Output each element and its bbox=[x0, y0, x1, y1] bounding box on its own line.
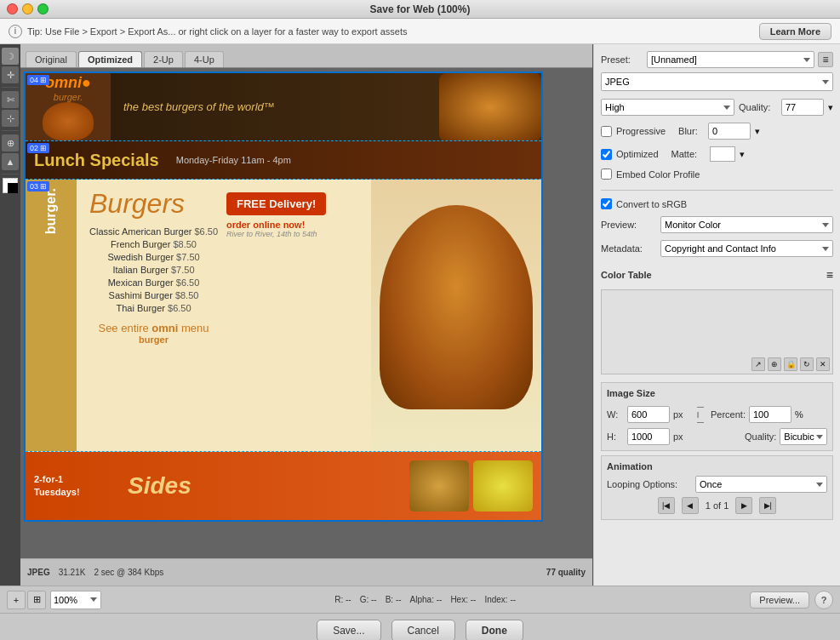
color-table-icons: ↗ ⊕ 🔒 ↻ ✕ bbox=[751, 357, 830, 371]
image-size-title: Image Size bbox=[607, 388, 827, 398]
view-tabs: Original Optimized 2-Up 4-Up bbox=[20, 44, 592, 68]
menu-item-7: Thai Burger $6.50 bbox=[89, 303, 218, 313]
progressive-blur-row: Progressive Blur: ▾ bbox=[601, 123, 833, 140]
load-time: 2 sec @ 384 Kbps bbox=[94, 568, 163, 577]
slice-3-row: 03 ⊞ burger. Burgers Classic American Bu… bbox=[26, 180, 541, 452]
compression-select[interactable]: High bbox=[601, 99, 734, 116]
percent-label: Percent: bbox=[711, 409, 746, 420]
width-unit: px bbox=[673, 409, 690, 420]
embed-color-checkbox[interactable] bbox=[601, 169, 612, 180]
progressive-checkbox[interactable] bbox=[601, 126, 612, 137]
embed-color-row: Embed Color Profile bbox=[601, 169, 833, 180]
canvas-area[interactable]: 01 ⊞ omni● burger. the best burgers of t… bbox=[20, 68, 592, 558]
optimized-label: Optimized bbox=[616, 149, 659, 159]
burger-right-image bbox=[371, 180, 541, 451]
play-button[interactable]: ▶ bbox=[735, 497, 752, 514]
first-frame-button[interactable]: |◀ bbox=[658, 497, 675, 514]
zoom-tool[interactable]: ⊕ bbox=[2, 134, 19, 151]
preview-button[interactable]: Preview... bbox=[750, 591, 809, 609]
color-table-menu-icon[interactable]: ≡ bbox=[826, 268, 833, 282]
save-button[interactable]: Save... bbox=[317, 620, 380, 641]
slice-tool[interactable]: ✄ bbox=[2, 91, 19, 108]
animation-title: Animation bbox=[607, 461, 827, 471]
close-button[interactable] bbox=[7, 3, 18, 14]
preview-row: Preview: Monitor Color bbox=[601, 216, 833, 233]
sides-images bbox=[409, 460, 533, 511]
content-area: ☽ ✛ ✄ ⊹ ⊕ ▲ Original Optimized 2-Up 4-Up bbox=[0, 44, 840, 586]
chain-links: — | — bbox=[697, 403, 704, 426]
prev-frame-button[interactable]: ◀ bbox=[682, 497, 699, 514]
quality-dropdown-icon[interactable]: ▾ bbox=[828, 102, 833, 113]
add-slice-button[interactable]: + bbox=[7, 591, 26, 609]
slice-select-tool[interactable]: ⊹ bbox=[2, 110, 19, 127]
b-value-display: B: -- bbox=[386, 595, 402, 604]
g-value-display: G: -- bbox=[360, 595, 377, 604]
menu-item-3: Swedish Burger $7.50 bbox=[89, 252, 218, 262]
learn-more-button[interactable]: Learn More bbox=[759, 23, 831, 40]
menu-item-2: French Burger $8.50 bbox=[89, 239, 218, 249]
format-select[interactable]: JPEG bbox=[601, 72, 833, 91]
looping-label: Looping Options: bbox=[607, 479, 692, 489]
quality-input[interactable] bbox=[781, 99, 824, 116]
percent-input[interactable] bbox=[749, 406, 791, 423]
slice-badge-2: 02 ⊞ bbox=[27, 143, 49, 153]
blur-dropdown-icon[interactable]: ▾ bbox=[755, 126, 760, 137]
height-row: H: px Quality: Bicubic bbox=[607, 428, 827, 445]
titlebar-buttons bbox=[7, 3, 49, 14]
menu-item-6: Sashimi Burger $8.50 bbox=[89, 290, 218, 300]
slice-buttons: + ⊞ bbox=[7, 591, 46, 609]
tab-original[interactable]: Original bbox=[26, 51, 77, 67]
matte-swatch[interactable] bbox=[710, 146, 735, 162]
color-table-icon-4[interactable]: ↻ bbox=[800, 357, 814, 371]
convert-srgb-checkbox[interactable] bbox=[601, 198, 612, 209]
color-table-icon-2[interactable]: ⊕ bbox=[768, 357, 781, 371]
sides-image-2 bbox=[473, 460, 533, 511]
alpha-value-display: Alpha: -- bbox=[410, 595, 443, 604]
hand-tool[interactable]: ☽ bbox=[2, 48, 19, 65]
height-label: H: bbox=[607, 431, 624, 442]
preset-menu-button[interactable]: ≡ bbox=[818, 52, 833, 67]
minimize-button[interactable] bbox=[22, 3, 33, 14]
color-table-icon-1[interactable]: ↗ bbox=[751, 357, 765, 371]
metadata-select[interactable]: Copyright and Contact Info bbox=[660, 240, 833, 257]
compression-row: High Quality: ▾ bbox=[601, 99, 833, 116]
separator-1 bbox=[601, 190, 833, 191]
color-table-icon-3[interactable]: 🔒 bbox=[784, 357, 797, 371]
left-panel: Original Optimized 2-Up 4-Up 01 ⊞ bbox=[20, 44, 593, 586]
slice-options-button[interactable]: ⊞ bbox=[27, 591, 46, 609]
preset-row: Preset: [Unnamed] ≡ bbox=[601, 51, 833, 68]
quality-method-select[interactable]: Bicubic bbox=[780, 428, 827, 445]
optimized-checkbox[interactable] bbox=[601, 149, 612, 160]
quality-label: Quality: bbox=[739, 102, 777, 112]
help-button[interactable]: ? bbox=[814, 591, 833, 609]
preview-select[interactable]: Monitor Color bbox=[660, 216, 833, 233]
burger-side-panel: burger. bbox=[26, 180, 77, 451]
file-size: 31.21K bbox=[59, 568, 86, 577]
burger-label: burger. bbox=[54, 92, 83, 102]
looping-select[interactable]: Once bbox=[695, 476, 827, 493]
order-online-text: order online now! bbox=[226, 220, 358, 230]
tab-optimized[interactable]: Optimized bbox=[78, 51, 142, 67]
zoom-select[interactable]: 100% bbox=[50, 591, 101, 609]
tagline-text: the best burgers of the world™ bbox=[111, 100, 288, 113]
matte-dropdown-icon[interactable]: ▾ bbox=[740, 149, 745, 160]
tab-2up[interactable]: 2-Up bbox=[144, 51, 183, 67]
tab-4up[interactable]: 4-Up bbox=[185, 51, 224, 67]
preset-select[interactable]: [Unnamed] bbox=[647, 51, 814, 68]
color-swatch[interactable] bbox=[3, 178, 18, 193]
color-table-icon-5[interactable]: ✕ bbox=[816, 357, 830, 371]
next-frame-button[interactable]: ▶| bbox=[759, 497, 776, 514]
blur-input[interactable] bbox=[708, 123, 751, 140]
slice-2-row: 02 ⊞ Lunch Specials Monday-Friday 11am -… bbox=[26, 141, 541, 180]
done-button[interactable]: Done bbox=[466, 620, 523, 641]
burgers-heading: Burgers bbox=[89, 188, 218, 220]
eyedropper-tool[interactable]: ▲ bbox=[2, 153, 19, 170]
pixel-info: R: -- G: -- B: -- Alpha: -- Hex: -- Inde… bbox=[106, 595, 745, 604]
color-table-header: Color Table ≡ bbox=[601, 267, 833, 282]
cancel-button[interactable]: Cancel bbox=[391, 620, 455, 641]
height-input[interactable] bbox=[627, 428, 670, 445]
maximize-button[interactable] bbox=[37, 3, 49, 14]
main-area: ☽ ✛ ✄ ⊹ ⊕ ▲ Original Optimized 2-Up 4-Up bbox=[0, 44, 840, 586]
width-input[interactable] bbox=[627, 406, 670, 423]
selection-tool[interactable]: ✛ bbox=[2, 66, 19, 83]
